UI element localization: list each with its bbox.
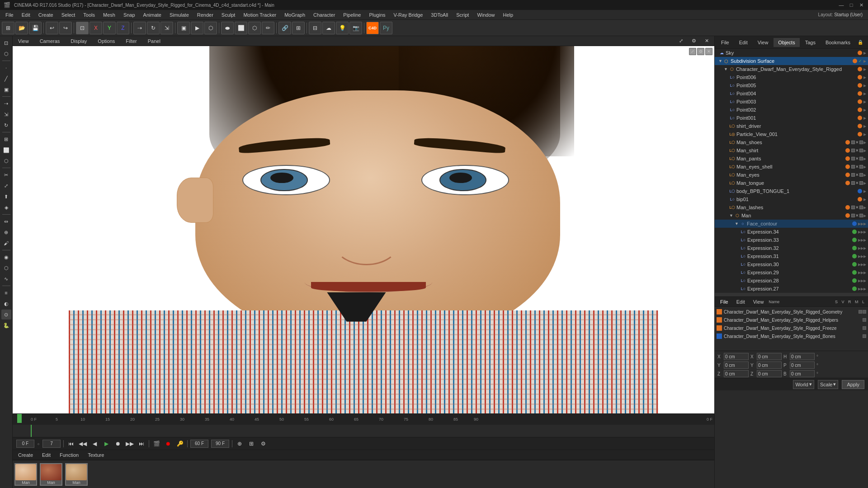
menu-motion-tracker[interactable]: Motion Tracker — [240, 11, 280, 19]
menu-vray[interactable]: V-Ray Bridge — [390, 11, 427, 19]
h-input[interactable] — [790, 353, 815, 360]
obj-point005[interactable]: L○Point005▶ — [715, 81, 868, 89]
obj-man[interactable]: ▼⬡Man✕▶ — [715, 211, 868, 220]
pos-z-input[interactable] — [724, 370, 749, 377]
lt-c4d-extra[interactable]: ⊙ — [1, 310, 11, 319]
obj-expr31[interactable]: L○Expression.31▶▶▶ — [715, 252, 868, 260]
material-item-2[interactable]: Man — [40, 463, 62, 486]
pos-y-input[interactable] — [724, 361, 749, 369]
tool-interactive-render[interactable]: ⬡ — [204, 22, 217, 34]
obj-expr33[interactable]: L○Expression.33▶▶▶ — [715, 236, 868, 244]
tool-scale[interactable]: ⇲ — [160, 22, 173, 34]
lt-material[interactable]: ◐ — [1, 299, 11, 309]
vp-tab-cameras[interactable]: Cameras — [36, 38, 64, 45]
menu-create[interactable]: Create — [35, 11, 57, 19]
lt-select-live[interactable]: ⬡ — [1, 156, 11, 166]
timeline-settings[interactable]: ⚙ — [259, 439, 268, 448]
menu-simulate[interactable]: Simulate — [166, 11, 193, 19]
prev-frame-btn[interactable]: ◀ — [90, 439, 99, 448]
lt-select-all[interactable]: ⊞ — [1, 134, 11, 144]
coord-y2-input[interactable] — [757, 361, 782, 369]
coord-z2-input[interactable] — [757, 370, 782, 377]
rb-item-freeze[interactable]: Character_Dwarf_Man_Everyday_Style_Rigge… — [717, 324, 866, 332]
viewport[interactable]: ⤢ ⚙ ✕ — [13, 46, 714, 413]
tool-snap[interactable]: 🔗 — [278, 22, 291, 34]
obj-expr32[interactable]: L○Expression.32▶▶▶ — [715, 244, 868, 252]
play-btn[interactable]: ▶ — [102, 439, 111, 448]
vp-settings[interactable]: ⚙ — [688, 37, 700, 44]
tool-light[interactable]: 💡 — [336, 22, 349, 34]
b-input[interactable] — [790, 370, 815, 377]
record-btn[interactable]: ⏺ — [113, 439, 123, 448]
menu-mograph[interactable]: MoGraph — [281, 11, 309, 19]
menu-tools[interactable]: Tools — [80, 11, 99, 19]
material-item-3[interactable]: Man — [65, 463, 88, 486]
obj-body-tongue[interactable]: L⬡body_BPB_TONGUE_1▶ — [715, 187, 868, 195]
tool-py[interactable]: Py — [380, 22, 392, 34]
lt-layer[interactable]: ≡ — [1, 288, 11, 298]
lt-mesh-mode[interactable]: ⬡ — [1, 49, 11, 59]
obj-point006[interactable]: L○Point006▶ — [715, 73, 868, 81]
obj-subdiv[interactable]: ▼ ⬡ Subdivision Surface ✓ ▶ — [715, 57, 868, 65]
mat-tab-edit[interactable]: Edit — [38, 451, 54, 459]
menu-window[interactable]: Window — [473, 11, 498, 19]
tool-move[interactable]: ⇢ — [133, 22, 146, 34]
obj-expr27[interactable]: L○Expression.27▶▶▶ — [715, 285, 868, 293]
lt-move[interactable]: ⇢ — [1, 99, 11, 108]
tool-save[interactable]: 💾 — [29, 22, 42, 34]
rb-tab-edit[interactable]: Edit — [733, 298, 749, 305]
rb-item-bones[interactable]: Character_Dwarf_Man_Everyday_Style_Rigge… — [717, 332, 866, 340]
scale-dropdown[interactable]: Scale ▾ — [818, 380, 839, 389]
rtab-objects[interactable]: Objects — [774, 38, 799, 47]
menu-character[interactable]: Character — [310, 11, 339, 19]
subdiv-check[interactable]: ✓ — [859, 59, 862, 63]
auto-key[interactable]: 🔑 — [175, 439, 184, 448]
menu-plugins[interactable]: Plugins — [365, 11, 389, 19]
lt-model-mode[interactable]: ⊡ — [1, 38, 11, 48]
right-panel-lock[interactable]: 🔒 — [856, 39, 865, 46]
rtab-edit[interactable]: Edit — [735, 38, 752, 47]
lt-array[interactable]: ⬡ — [1, 263, 11, 273]
lt-bevel[interactable]: ◈ — [1, 202, 11, 212]
tool-new[interactable]: ⊞ — [2, 22, 14, 34]
apply-button[interactable]: Apply — [842, 380, 864, 389]
minimize-btn[interactable]: — — [838, 2, 844, 8]
obj-face-contour[interactable]: ▼○Face_contour▶▶▶ — [715, 220, 868, 228]
obj-man-eyes[interactable]: L⬡Man_eyes✕▶ — [715, 171, 868, 179]
goto-end-btn[interactable]: ⏭ — [137, 439, 146, 448]
lt-select-rect[interactable]: ⬜ — [1, 145, 11, 155]
mat-tab-create[interactable]: Create — [14, 451, 37, 459]
menu-snap[interactable]: Snap — [120, 11, 139, 19]
menu-3dtoall[interactable]: 3DToAll — [427, 11, 452, 19]
menu-render[interactable]: Render — [193, 11, 217, 19]
vp-tab-panel[interactable]: Panel — [144, 38, 164, 45]
obj-man-tongue[interactable]: L⬡Man_tongue✕▶ — [715, 179, 868, 187]
world-dropdown[interactable]: World ▾ — [793, 380, 814, 389]
obj-point001[interactable]: L○Point001▶ — [715, 114, 868, 122]
tool-x-axis[interactable]: X — [90, 22, 102, 34]
fps-input[interactable] — [42, 440, 61, 448]
tool-redo[interactable]: ↪ — [59, 22, 72, 34]
tool-z-axis[interactable]: Z — [117, 22, 129, 34]
obj-sky[interactable]: ☁ Sky ▶ — [715, 49, 868, 57]
rb-item-geometry[interactable]: Character_Dwarf_Man_Everyday_Style_Rigge… — [717, 308, 866, 316]
maximize-btn[interactable]: □ — [848, 2, 854, 8]
lt-bridge[interactable]: ⤢ — [1, 181, 11, 191]
lt-rotate[interactable]: ↻ — [1, 120, 11, 130]
tool-freehand[interactable]: ✏ — [262, 22, 274, 34]
end-frame-input[interactable] — [211, 440, 229, 448]
right-panel-gear[interactable]: ⚙ — [866, 39, 868, 46]
vp-close-btn[interactable]: ✕ — [705, 48, 712, 55]
obj-expr28[interactable]: L○Expression.28▶▶▶ — [715, 277, 868, 285]
render-tools[interactable]: 🎬 — [152, 439, 161, 448]
obj-man-shirt[interactable]: L⬡Man_shirt✕▶ — [715, 146, 868, 155]
obj-particle-view[interactable]: L◎Particle_View_001▶ — [715, 130, 868, 138]
lt-extrude[interactable]: ⬆ — [1, 192, 11, 202]
mat-tab-texture[interactable]: Texture — [84, 451, 108, 459]
rtab-tags[interactable]: Tags — [801, 38, 820, 47]
pos-x-input[interactable] — [724, 353, 749, 360]
obj-expr29[interactable]: L○Expression.29▶▶▶ — [715, 268, 868, 277]
tool-render[interactable]: ▶ — [191, 22, 203, 34]
coord-x2-input[interactable] — [757, 353, 782, 360]
subdiv-expand[interactable]: ▼ — [718, 59, 722, 63]
